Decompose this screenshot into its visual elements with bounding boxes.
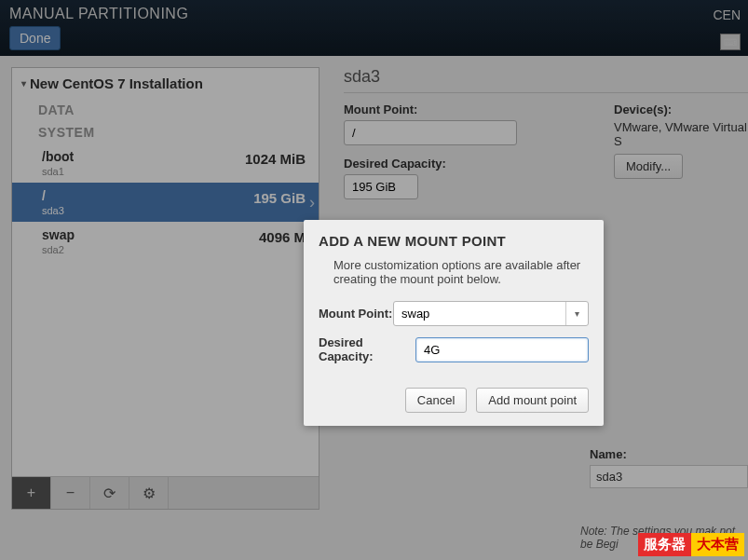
desired-capacity-input[interactable] [344, 174, 418, 199]
done-button[interactable]: Done [9, 26, 61, 50]
partition-device: sda1 [42, 166, 306, 177]
install-header[interactable]: ▾ New CentOS 7 Installation [12, 68, 319, 99]
partition-list-panel: ▾ New CentOS 7 Installation DATA SYSTEM … [0, 56, 331, 560]
partition-row-root[interactable]: / sda3 195 GiB › [12, 183, 319, 222]
category-system: SYSTEM [12, 121, 319, 143]
modify-button[interactable]: Modify... [614, 154, 683, 179]
cancel-button[interactable]: Cancel [405, 388, 467, 413]
partition-device: sda3 [42, 205, 306, 216]
add-mount-point-dialog: ADD A NEW MOUNT POINT More customization… [304, 220, 604, 426]
watermark-right: 大本营 [691, 533, 744, 556]
devices-label: Device(s): [614, 102, 748, 116]
page-title: MANUAL PARTITIONING [9, 6, 739, 22]
partition-size: 1024 MiB [245, 151, 306, 167]
settings-button[interactable]: ⚙ [129, 477, 169, 509]
partition-toolbar: + − ⟳ ⚙ [12, 476, 319, 509]
detail-title: sda3 [344, 67, 748, 87]
partition-tree: ▾ New CentOS 7 Installation DATA SYSTEM … [11, 67, 320, 510]
partition-size: 195 GiB [253, 190, 306, 206]
chevron-down-icon[interactable]: ▾ [565, 302, 588, 325]
mount-point-label: Mount Point: [344, 102, 586, 116]
expand-triangle-icon: ▾ [21, 78, 26, 89]
devices-text: VMware, VMware Virtual S [614, 120, 748, 148]
name-value: sda3 [590, 465, 748, 488]
partition-row-boot[interactable]: /boot sda1 1024 MiB [12, 143, 319, 183]
watermark-left: 服务器 [638, 533, 691, 556]
add-partition-button[interactable]: + [12, 477, 51, 509]
partition-size: 4096 M [259, 229, 306, 245]
dialog-body: More customization options are available… [319, 258, 589, 286]
dialog-mount-combo[interactable]: ▾ [393, 301, 589, 326]
distro-label: CEN [713, 7, 741, 22]
category-data: DATA [12, 99, 319, 121]
partition-row-swap[interactable]: swap sda2 4096 M [12, 222, 319, 261]
watermark: 服务器 大本营 [638, 533, 744, 556]
reload-button[interactable]: ⟳ [90, 477, 129, 509]
add-mount-point-button[interactable]: Add mount point [476, 388, 589, 413]
keyboard-icon[interactable]: ⌨ [720, 34, 741, 50]
partition-device: sda2 [42, 244, 306, 255]
mount-point-input[interactable] [344, 120, 517, 145]
remove-partition-button[interactable]: − [51, 477, 90, 509]
dialog-mount-input[interactable] [394, 302, 565, 325]
name-field-area: Name: sda3 [590, 447, 748, 488]
dialog-capacity-label: Desired Capacity: [319, 335, 415, 363]
dialog-capacity-input[interactable] [415, 337, 589, 362]
chevron-right-icon: › [309, 193, 315, 212]
name-label: Name: [590, 447, 748, 461]
dialog-title: ADD A NEW MOUNT POINT [319, 233, 589, 249]
desired-capacity-label: Desired Capacity: [344, 157, 586, 171]
top-bar: MANUAL PARTITIONING Done CEN ⌨ [0, 0, 748, 56]
dialog-mount-label: Mount Point: [319, 307, 393, 321]
divider [344, 92, 748, 93]
install-header-label: New CentOS 7 Installation [30, 75, 203, 91]
